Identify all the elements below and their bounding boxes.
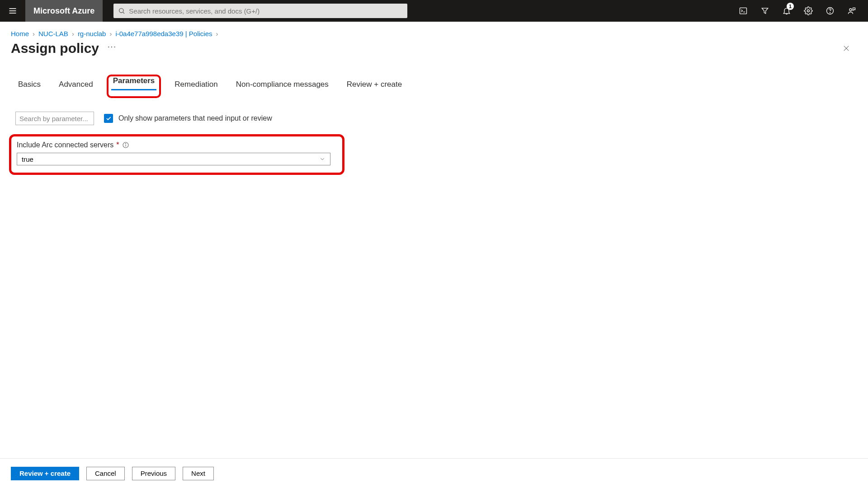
svg-line-4 — [123, 12, 124, 14]
tab-advanced[interactable]: Advanced — [56, 77, 96, 95]
brand[interactable]: Microsoft Azure — [25, 0, 103, 22]
chevron-right-icon: › — [72, 30, 74, 38]
global-search — [113, 4, 407, 18]
title-row: Assign policy ⋯ — [0, 38, 868, 56]
more-button[interactable]: ⋯ — [107, 42, 117, 51]
tabs: Basics Advanced Parameters Remediation N… — [0, 56, 868, 95]
gear-icon — [804, 6, 813, 15]
close-button[interactable] — [838, 40, 854, 56]
chevron-right-icon: › — [216, 30, 218, 38]
person-feedback-icon — [847, 6, 856, 15]
footer: Review + create Cancel Previous Next — [0, 458, 868, 488]
chevron-right-icon: › — [109, 30, 112, 38]
tab-remediation[interactable]: Remediation — [172, 77, 220, 95]
svg-point-10 — [830, 13, 830, 13]
parameter-search-placeholder: Search by parameter... — [19, 115, 88, 122]
cancel-button[interactable]: Cancel — [86, 467, 125, 480]
brand-text: Microsoft Azure — [33, 6, 94, 16]
top-bar: Microsoft Azure 1 — [0, 0, 868, 22]
svg-point-8 — [807, 10, 810, 12]
page-title: Assign policy — [11, 41, 99, 56]
tab-parameters[interactable]: Parameters — [110, 74, 158, 91]
top-icons: 1 — [732, 0, 868, 22]
search-box[interactable] — [113, 4, 407, 18]
parameter-search-input[interactable]: Search by parameter... — [15, 112, 94, 125]
breadcrumb-item-home[interactable]: Home — [11, 30, 29, 38]
tab-basics[interactable]: Basics — [15, 77, 43, 95]
hamburger-icon — [8, 6, 17, 15]
filter-icon — [760, 6, 769, 15]
chevron-right-icon: › — [33, 30, 35, 38]
breadcrumb-item-rg[interactable]: rg-nuclab — [78, 30, 106, 38]
filter-row: Search by parameter... Only show paramet… — [0, 95, 868, 125]
notifications-button[interactable]: 1 — [776, 0, 797, 22]
svg-rect-5 — [740, 8, 747, 14]
notification-badge: 1 — [787, 3, 794, 10]
filter-button[interactable] — [754, 0, 776, 22]
parameter-select[interactable]: true — [17, 153, 330, 165]
chevron-down-icon — [319, 156, 326, 162]
settings-button[interactable] — [797, 0, 819, 22]
only-needed-label: Only show parameters that need input or … — [118, 114, 272, 122]
close-icon — [842, 44, 850, 52]
only-needed-checkbox-wrap: Only show parameters that need input or … — [104, 114, 272, 123]
search-icon — [118, 7, 125, 14]
info-icon[interactable] — [122, 141, 129, 149]
svg-point-16 — [125, 143, 126, 144]
svg-point-3 — [119, 9, 123, 13]
check-icon — [105, 115, 112, 122]
feedback-button[interactable] — [841, 0, 863, 22]
required-star: * — [116, 141, 119, 149]
breadcrumb-item-nuclab[interactable]: NUC-LAB — [38, 30, 68, 38]
highlight-parameter: Include Arc connected servers * true — [9, 134, 344, 175]
only-needed-checkbox[interactable] — [104, 114, 113, 123]
parameter-label-row: Include Arc connected servers * — [17, 141, 335, 149]
svg-marker-7 — [762, 8, 768, 14]
svg-point-11 — [849, 9, 852, 11]
search-input[interactable] — [129, 7, 403, 15]
tab-noncompliance[interactable]: Non-compliance messages — [233, 77, 331, 95]
highlight-parameters: Parameters — [107, 75, 161, 98]
review-create-button[interactable]: Review + create — [11, 467, 79, 480]
breadcrumb-item-policies[interactable]: i-0a4e77a998eda3e39 | Policies — [115, 30, 212, 38]
help-button[interactable] — [819, 0, 841, 22]
tab-review-create[interactable]: Review + create — [344, 77, 405, 95]
help-icon — [826, 6, 835, 15]
breadcrumb: Home › NUC-LAB › rg-nuclab › i-0a4e77a99… — [0, 22, 868, 38]
parameter-label: Include Arc connected servers — [17, 141, 113, 149]
cloud-shell-icon — [739, 6, 748, 15]
cloud-shell-button[interactable] — [732, 0, 754, 22]
previous-button[interactable]: Previous — [132, 467, 175, 480]
parameter-area: Include Arc connected servers * true — [9, 134, 857, 175]
menu-button[interactable] — [0, 0, 25, 22]
next-button[interactable]: Next — [183, 467, 214, 480]
parameter-value: true — [22, 155, 33, 163]
